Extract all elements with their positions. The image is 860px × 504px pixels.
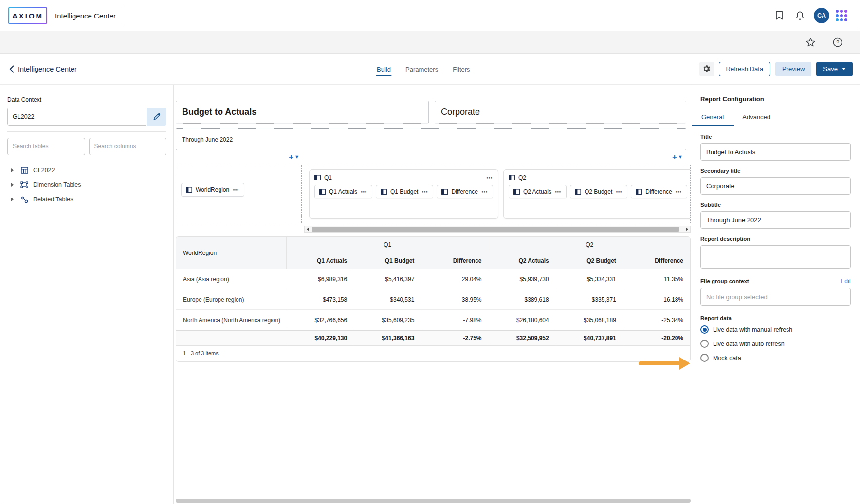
chip-q1-actuals[interactable]: Q1 Actuals ⋯	[314, 185, 372, 198]
app-grid-icon[interactable]	[833, 7, 850, 24]
more-options-icon[interactable]: ⋯	[616, 189, 622, 195]
columns-horizontal-scrollbar[interactable]	[304, 226, 691, 233]
plus-icon[interactable]: +	[289, 153, 293, 161]
avatar[interactable]: CA	[814, 8, 829, 23]
more-options-icon[interactable]: ⋯	[421, 189, 428, 195]
more-options-icon[interactable]: ⋯	[361, 189, 367, 195]
worldregion-chip[interactable]: WorldRegion ⋯	[181, 183, 244, 197]
more-options-icon[interactable]: ⋯	[555, 189, 562, 195]
more-options-icon[interactable]: ⋯	[481, 189, 488, 195]
report-description-field[interactable]	[700, 245, 851, 269]
caret-down-icon[interactable]: ▼	[679, 155, 682, 159]
table-col-header: Q2 Budget	[556, 252, 623, 269]
chip-label: Q2 Actuals	[523, 188, 551, 195]
expander-icon[interactable]	[11, 198, 14, 201]
group-q2[interactable]: Q2 ⋯ Q2 Actuals ⋯ Q2 Budget	[503, 169, 690, 219]
column-icon	[314, 175, 321, 180]
radio-unselected-icon[interactable]	[700, 354, 709, 362]
search-tables-input[interactable]	[7, 138, 85, 155]
link-icon	[20, 196, 28, 203]
data-context-input[interactable]	[7, 108, 146, 126]
tree-item-label: Related Tables	[33, 196, 73, 203]
table-pagination-status: 1 - 3 of 3 items	[176, 345, 690, 361]
add-column-right-control[interactable]: + ▼	[672, 153, 682, 161]
search-columns-input[interactable]	[89, 138, 167, 155]
column-icon	[513, 189, 520, 195]
help-icon[interactable]: ?	[829, 34, 846, 51]
file-group-edit-link[interactable]: Edit	[841, 278, 851, 285]
scroll-left-arrow-icon[interactable]	[307, 227, 309, 231]
back-link[interactable]: Intelligence Center	[9, 65, 77, 73]
tab-general[interactable]: General	[700, 110, 725, 126]
top-header: AXIOM Intelligence Center CA	[0, 0, 860, 31]
settings-gear-button[interactable]	[699, 62, 714, 76]
radio-selected-icon[interactable]	[700, 325, 709, 334]
radio-mock-data[interactable]: Mock data	[700, 354, 851, 362]
chip-q2-difference[interactable]: Difference ⋯	[631, 185, 687, 198]
preview-button[interactable]: Preview	[775, 62, 811, 76]
tree-item-dimension-tables[interactable]: Dimension Tables	[7, 178, 166, 192]
save-button[interactable]: Save	[816, 62, 853, 76]
radio-unselected-icon[interactable]	[700, 340, 709, 348]
builder-tabs: Build Parameters Filters	[376, 54, 471, 84]
edit-data-context-button[interactable]	[147, 108, 166, 126]
chip-q2-actuals[interactable]: Q2 Actuals ⋯	[509, 185, 567, 198]
column-add-row: + ▼ + ▼	[176, 150, 691, 165]
chip-q1-budget[interactable]: Q1 Budget ⋯	[376, 185, 433, 198]
column-dropzone: WorldRegion ⋯ Q1 ⋯	[176, 165, 691, 223]
favorite-star-icon[interactable]	[802, 34, 819, 51]
tab-parameters[interactable]: Parameters	[404, 61, 439, 77]
title-field-label: Title	[700, 134, 851, 140]
group-q1[interactable]: Q1 ⋯ Q1 Actuals ⋯ Q1 Budget	[309, 169, 498, 219]
gear-icon	[702, 65, 711, 73]
report-title-block[interactable]: Budget to Actuals	[176, 101, 429, 124]
tab-advanced[interactable]: Advanced	[741, 110, 771, 126]
refresh-data-button[interactable]: Refresh Data	[719, 62, 771, 76]
title-field[interactable]	[700, 143, 851, 161]
scroll-right-arrow-icon[interactable]	[686, 227, 688, 231]
row-dimension-zone[interactable]: WorldRegion ⋯	[176, 165, 302, 223]
column-icon	[319, 189, 326, 195]
app-title: Intelligence Center	[55, 12, 116, 20]
scrollbar-thumb[interactable]	[312, 227, 679, 232]
header-divider	[124, 6, 124, 25]
subtitle-field[interactable]	[700, 211, 851, 229]
more-options-icon[interactable]: ⋯	[486, 175, 493, 181]
plus-icon[interactable]: +	[672, 153, 677, 161]
caret-down-icon[interactable]: ▼	[295, 155, 298, 159]
chip-label: Q2 Budget	[585, 188, 612, 195]
tab-filters[interactable]: Filters	[452, 61, 471, 77]
annotation-arrow	[639, 357, 690, 370]
chip-label: Q1 Actuals	[329, 188, 357, 195]
chip-q2-budget[interactable]: Q2 Budget ⋯	[570, 185, 627, 198]
expander-icon[interactable]	[11, 168, 14, 172]
nav-actions: Refresh Data Preview Save	[699, 62, 853, 76]
file-group-field[interactable]	[700, 288, 851, 306]
save-dropdown-caret-icon[interactable]	[842, 68, 846, 70]
table-col-header: Difference	[421, 252, 488, 269]
table-row: Europe (Europe region) $473,158 $340,531…	[176, 289, 690, 310]
canvas-horizontal-scrollbar[interactable]	[176, 499, 691, 503]
radio-live-manual-refresh[interactable]: Live data with manual refresh	[700, 325, 851, 334]
chip-q1-difference[interactable]: Difference ⋯	[437, 185, 493, 198]
more-options-icon[interactable]: ⋯	[676, 189, 682, 195]
tab-build[interactable]: Build	[376, 61, 392, 77]
column-groups-zone[interactable]: Q1 ⋯ Q1 Actuals ⋯ Q1 Budget	[304, 165, 690, 223]
report-builder-canvas: Budget to Actuals Corporate Through June…	[174, 85, 692, 504]
data-context-label: Data Context	[7, 96, 166, 103]
more-options-icon[interactable]: ⋯	[233, 187, 239, 193]
radio-live-auto-refresh[interactable]: Live data with auto refresh	[700, 340, 851, 348]
table-group-header-q1: Q1	[287, 237, 488, 252]
secondary-title-field[interactable]	[700, 177, 851, 195]
notifications-bell-icon[interactable]	[791, 7, 808, 24]
bookmark-icon[interactable]	[771, 7, 787, 24]
scrollbar-thumb[interactable]	[176, 499, 691, 503]
add-column-left-control[interactable]: + ▼	[289, 153, 298, 161]
report-secondary-title-block[interactable]: Corporate	[435, 101, 686, 124]
tree-item-related-tables[interactable]: Related Tables	[7, 192, 166, 207]
tree-item-gl2022[interactable]: GL2022	[7, 163, 166, 178]
table-total-row: $40,229,130 $41,366,163 -2.75% $32,509,9…	[176, 330, 690, 345]
expander-icon[interactable]	[11, 183, 14, 187]
report-subtitle-block[interactable]: Through June 2022	[176, 128, 686, 150]
table-col-header: Difference	[623, 252, 690, 269]
